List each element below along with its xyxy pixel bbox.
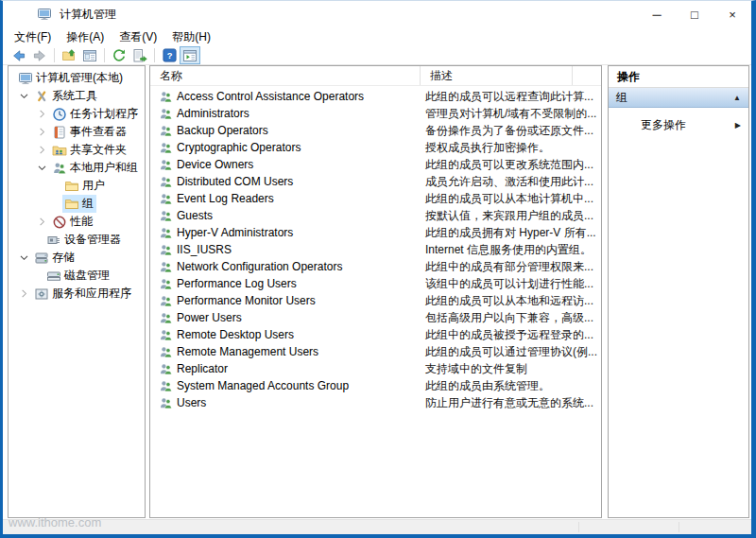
minimize-button[interactable]: ─ (638, 1, 676, 27)
group-description: 成员允许启动、激活和使用此计... (421, 174, 601, 190)
export-list-icon[interactable] (129, 46, 150, 64)
actions-section-group[interactable]: 组 ▲ (609, 88, 748, 108)
group-row[interactable]: Users防止用户进行有意或无意的系统... (150, 394, 601, 411)
forward-icon[interactable] (29, 46, 50, 64)
group-row[interactable]: Distributed COM Users成员允许启动、激活和使用此计... (150, 173, 601, 190)
group-row[interactable]: Hyper-V Administrators此组的成员拥有对 Hyper-V 所… (150, 224, 601, 241)
more-actions-item[interactable]: 更多操作 ▶ (609, 108, 748, 134)
chevron-collapsed-icon[interactable] (34, 215, 50, 229)
close-button[interactable]: × (713, 1, 751, 27)
group-name: Hyper-V Administrators (177, 226, 293, 239)
tree-item[interactable]: 服务和应用程序 (9, 285, 145, 303)
tree-item[interactable]: 计算机管理(本地) (9, 69, 145, 87)
menu-bar: 文件(F)操作(A)查看(V)帮助(H) (3, 27, 751, 46)
tree-item-target: 存储 (32, 249, 77, 267)
group-name-cell: Remote Desktop Users (150, 328, 421, 342)
tree-item[interactable]: 共享文件夹 (9, 141, 145, 159)
collapse-icon[interactable]: ▲ (733, 94, 741, 102)
group-icon (159, 311, 173, 325)
group-row[interactable]: Event Log Readers此组的成员可以从本地计算机中... (150, 190, 601, 207)
group-icon (159, 158, 173, 172)
actions-section-label: 组 (616, 90, 733, 106)
help-icon[interactable]: ? (159, 46, 180, 64)
tree-item[interactable]: 任务计划程序 (9, 105, 145, 123)
maximize-button[interactable]: □ (676, 1, 713, 27)
group-list-pane: 名称 描述 Access Control Assistance Operator… (149, 65, 602, 518)
storage-icon (33, 251, 49, 266)
actions-pane: 操作 组 ▲ 更多操作 ▶ (608, 65, 749, 518)
group-icon (159, 260, 173, 274)
group-row[interactable]: Device Owners此组的成员可以更改系统范围内... (150, 156, 601, 173)
tree-item[interactable]: 本地用户和组 (9, 159, 145, 177)
group-name: Distributed COM Users (177, 175, 293, 188)
group-description: 此组的成员可以从本地计算机中... (421, 191, 601, 207)
tree-item-target: 任务计划程序 (50, 105, 141, 123)
show-console-tree-icon[interactable] (180, 46, 200, 64)
group-row[interactable]: Remote Desktop Users此组中的成员被授予远程登录的... (150, 326, 601, 343)
tree-item-label: 设备管理器 (64, 232, 121, 248)
group-name: Users (177, 396, 206, 409)
computer-icon (17, 71, 33, 86)
chevron-expanded-icon[interactable] (34, 161, 50, 175)
chevron-collapsed-icon[interactable] (34, 125, 50, 139)
menu-item-view[interactable]: 查看(V) (112, 27, 164, 47)
group-row[interactable]: Guests按默认值，来宾跟用户组的成员... (150, 207, 601, 224)
menu-item-action[interactable]: 操作(A) (59, 27, 112, 47)
performance-icon (51, 215, 67, 230)
tree-item[interactable]: 用户 (9, 177, 145, 195)
tree-item-target: 设备管理器 (44, 231, 124, 249)
statusbar-separator (578, 522, 579, 532)
group-row[interactable]: Backup Operators备份操作员为了备份或还原文件... (150, 122, 601, 139)
group-name-cell: Backup Operators (150, 124, 421, 138)
group-row[interactable]: IIS_IUSRSInternet 信息服务使用的内置组。 (150, 241, 601, 258)
group-description: 此组的成员可以从本地和远程访... (421, 293, 601, 309)
tree-item[interactable]: 组 (9, 195, 145, 213)
group-row[interactable]: Performance Log Users该组中的成员可以计划进行性能... (150, 275, 601, 292)
list-header: 名称 描述 (150, 66, 601, 86)
chevron-expanded-icon[interactable] (16, 89, 32, 103)
group-name-cell: IIS_IUSRS (150, 243, 421, 257)
tree-item[interactable]: 性能 (9, 213, 145, 231)
console-window-icon[interactable] (79, 46, 100, 64)
tree-item[interactable]: 磁盘管理 (9, 267, 145, 285)
back-icon[interactable] (9, 46, 29, 64)
group-row[interactable]: Access Control Assistance Operators此组的成员… (150, 88, 601, 105)
tree-item[interactable]: 系统工具 (9, 87, 145, 105)
group-name: System Managed Accounts Group (177, 379, 349, 392)
column-header-description[interactable]: 描述 (421, 66, 573, 85)
up-icon[interactable] (59, 46, 79, 64)
menu-item-file[interactable]: 文件(F) (7, 27, 59, 47)
menu-item-help[interactable]: 帮助(H) (164, 27, 218, 47)
group-row[interactable]: Power Users包括高级用户以向下兼容，高级... (150, 309, 601, 326)
refresh-icon[interactable] (109, 46, 129, 64)
group-description: 按默认值，来宾跟用户组的成员... (421, 208, 601, 224)
group-icon (159, 328, 173, 342)
tree-item[interactable]: 存储 (9, 249, 145, 267)
group-description: 此组的成员可以远程查询此计算... (421, 89, 601, 105)
group-icon (159, 107, 173, 121)
group-row[interactable]: Cryptographic Operators授权成员执行加密操作。 (150, 139, 601, 156)
group-name-cell: Replicator (150, 362, 421, 376)
group-row[interactable]: Replicator支持域中的文件复制 (150, 360, 601, 377)
chevron-expanded-icon[interactable] (16, 251, 32, 265)
column-header-name[interactable]: 名称 (150, 66, 421, 85)
tree-item[interactable]: 事件查看器 (9, 123, 145, 141)
group-description: 防止用户进行有意或无意的系统... (421, 395, 601, 411)
group-icon (159, 294, 173, 308)
tree-item-label: 本地用户和组 (70, 160, 138, 176)
tree-item[interactable]: 设备管理器 (9, 231, 145, 249)
chevron-collapsed-icon[interactable] (34, 107, 50, 121)
local-users-groups-icon (51, 161, 67, 176)
group-row[interactable]: Remote Management Users此组的成员可以通过管理协议(例..… (150, 343, 601, 360)
group-row[interactable]: Administrators管理员对计算机/域有不受限制的... (150, 105, 601, 122)
chevron-collapsed-icon[interactable] (34, 143, 50, 157)
group-list-body: Access Control Assistance Operators此组的成员… (150, 86, 601, 517)
group-name: Network Configuration Operators (177, 260, 342, 273)
tree-item-label: 用户 (82, 178, 105, 194)
group-row[interactable]: Network Configuration Operators此组中的成员有部分… (150, 258, 601, 275)
folder-icon (63, 179, 79, 194)
group-icon (159, 124, 173, 138)
group-row[interactable]: Performance Monitor Users此组的成员可以从本地和远程访.… (150, 292, 601, 309)
chevron-collapsed-icon[interactable] (16, 286, 32, 301)
group-row[interactable]: System Managed Accounts Group此组的成员由系统管理。 (150, 377, 601, 394)
